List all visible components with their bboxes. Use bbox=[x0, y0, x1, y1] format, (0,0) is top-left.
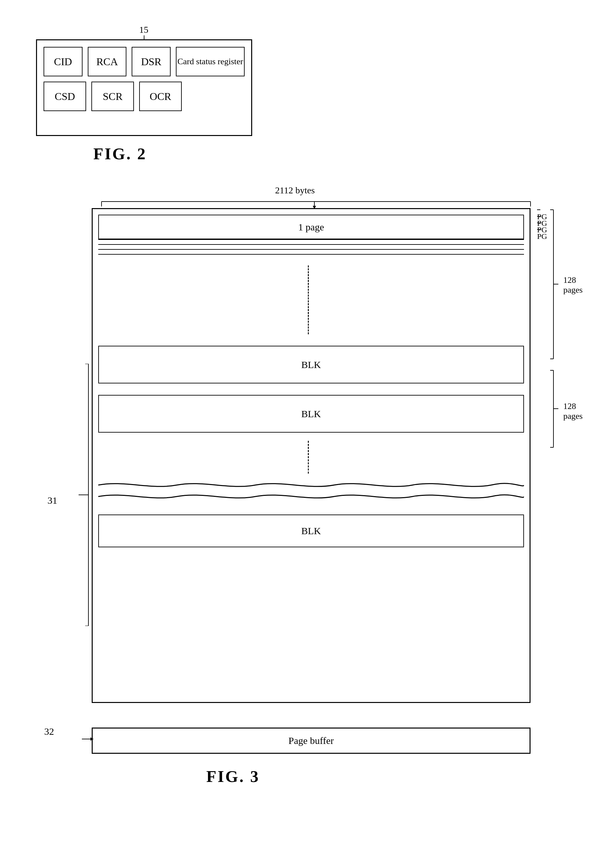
fig3-blk-row2: BLK bbox=[98, 395, 524, 433]
fig2-cell-cid: CID bbox=[43, 47, 83, 76]
fig3-128pages-upper: 128 pages bbox=[563, 275, 583, 295]
fig3-blk-bottom: BLK bbox=[98, 515, 524, 547]
fig3-dashed-1 bbox=[308, 266, 309, 334]
fig2-cell-card-status: Card status register bbox=[176, 47, 245, 76]
fig2-cell-csd: CSD bbox=[43, 82, 86, 111]
fig3-label-32: 32 bbox=[44, 726, 54, 737]
fig2-row1: CID RCA DSR Card status register bbox=[37, 40, 251, 76]
fig2-caption: FIG. 2 bbox=[93, 144, 147, 163]
fig3-pg-lines bbox=[98, 239, 524, 255]
fig2-cell-ocr: OCR bbox=[139, 82, 182, 111]
fig3-page-buffer: Page buffer bbox=[92, 727, 531, 754]
fig3-main-outer bbox=[92, 208, 531, 703]
fig3-caption: FIG. 3 bbox=[206, 767, 260, 786]
fig2-cell-rca: RCA bbox=[88, 47, 127, 76]
fig3-dashed-2 bbox=[308, 441, 309, 473]
fig3-bytes-label: 2112 bytes bbox=[275, 185, 315, 196]
fig3-page-row: 1 page bbox=[98, 215, 524, 239]
fig3-128pages-lower: 128 pages bbox=[563, 401, 583, 421]
fig3-left-32-arrow-svg bbox=[59, 726, 98, 755]
fig2-cell-dsr: DSR bbox=[132, 47, 171, 76]
fig3-wavy-svg bbox=[98, 477, 524, 510]
svg-marker-23 bbox=[90, 737, 94, 741]
fig3-label-31: 31 bbox=[48, 495, 57, 506]
fig2-row2: CSD SCR OCR bbox=[37, 76, 251, 111]
fig2-cell-scr: SCR bbox=[91, 82, 134, 111]
fig2-outer-box: CID RCA DSR Card status register CSD SCR… bbox=[36, 39, 252, 136]
fig3-blk-row1: BLK bbox=[98, 346, 524, 384]
